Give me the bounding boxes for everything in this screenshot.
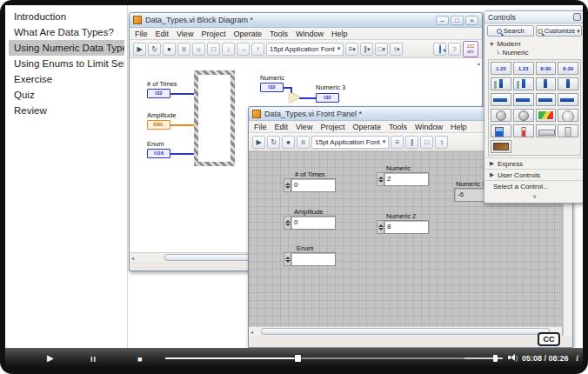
scroll-up-icon[interactable]: ▴ bbox=[478, 60, 480, 66]
block-diagram-titlebar[interactable]: Data_Types.vi Block Diagram * – □ × bbox=[130, 13, 482, 28]
close-button[interactable]: × bbox=[465, 16, 478, 25]
menu-item[interactable]: Operate bbox=[352, 123, 381, 131]
horizontal-progress-bar-icon[interactable] bbox=[536, 93, 557, 106]
dial-icon[interactable] bbox=[513, 109, 534, 122]
play-button[interactable]: ▶ bbox=[47, 353, 54, 364]
reorder-dropdown[interactable]: ↕ bbox=[435, 136, 448, 149]
numeric-control[interactable]: 0 bbox=[284, 178, 336, 192]
context-help-button[interactable]: ? bbox=[448, 43, 461, 56]
numeric-control-icon[interactable]: 1.23 bbox=[491, 62, 511, 75]
menu-item[interactable]: Window bbox=[296, 30, 324, 38]
palette-category-modern[interactable]: ▼ Modern bbox=[489, 39, 580, 48]
menu-item[interactable]: View bbox=[296, 123, 312, 131]
numeric-indicator-terminal[interactable]: I32 bbox=[316, 93, 339, 103]
scroll-left-icon[interactable]: ◂ bbox=[131, 255, 134, 261]
select-a-control-item[interactable]: Select a Control... bbox=[484, 180, 583, 192]
sidebar-item[interactable]: Introduction bbox=[9, 9, 124, 24]
abort-button[interactable]: ● bbox=[163, 43, 176, 56]
thermometer-icon[interactable] bbox=[513, 124, 534, 137]
sidebar-item[interactable]: Review bbox=[9, 103, 124, 118]
vertical-pointer-slide-icon[interactable] bbox=[491, 77, 511, 90]
menu-item[interactable]: Tools bbox=[270, 30, 288, 38]
menu-item[interactable]: Tools bbox=[389, 123, 407, 131]
timestamp-control-icon[interactable]: 8:30 bbox=[536, 62, 557, 75]
distribute-objects-dropdown[interactable]: ∥▾ bbox=[360, 43, 373, 56]
increment-decrement-icon[interactable] bbox=[284, 216, 291, 230]
horizontal-graduated-bar-icon[interactable] bbox=[558, 93, 578, 106]
run-continuous-button[interactable]: ↻ bbox=[148, 43, 161, 56]
resize-objects-dropdown[interactable]: □ bbox=[420, 136, 433, 149]
timestamp-indicator-icon[interactable]: 8:30 bbox=[558, 62, 578, 75]
numeric-input[interactable]: 2 bbox=[384, 172, 429, 186]
numeric-control[interactable]: 8 bbox=[377, 220, 429, 234]
numeric-terminal[interactable]: I32 bbox=[260, 83, 284, 92]
context-help-window-icon[interactable]: 132 abc bbox=[463, 41, 478, 57]
vertical-graduated-bar-icon[interactable] bbox=[558, 77, 578, 90]
menu-item[interactable]: Help bbox=[331, 30, 348, 38]
scrollbar-thumb[interactable] bbox=[261, 328, 550, 335]
increment-decrement-icon[interactable] bbox=[284, 252, 291, 266]
palette-titlebar[interactable]: Controls bbox=[484, 11, 583, 23]
menu-item[interactable]: Edit bbox=[156, 30, 170, 38]
run-continuous-button[interactable]: ↻ bbox=[267, 136, 280, 149]
vertical-scrollbar-icon[interactable] bbox=[558, 124, 578, 137]
menu-item[interactable]: Project bbox=[320, 123, 344, 131]
maximize-button[interactable]: □ bbox=[451, 16, 464, 25]
pause-button[interactable]: II bbox=[177, 43, 190, 56]
sidebar-item[interactable]: Using Numeric Data Types bbox=[9, 40, 124, 56]
menu-item[interactable]: Window bbox=[415, 123, 443, 131]
scroll-left-icon[interactable]: ◂ bbox=[251, 329, 253, 335]
font-selector[interactable]: 15pt Application Font ▾ bbox=[311, 136, 389, 149]
tree-expanded-icon[interactable]: ▼ bbox=[489, 41, 494, 47]
pin-icon[interactable] bbox=[573, 13, 581, 21]
highlight-execution-button[interactable]: ☼ bbox=[192, 43, 205, 56]
distribute-objects-dropdown[interactable]: ∥ bbox=[405, 136, 418, 149]
font-selector[interactable]: 15pt Application Font ▾ bbox=[266, 43, 344, 56]
pause-button[interactable]: II bbox=[90, 354, 97, 364]
enum-control[interactable] bbox=[284, 252, 336, 266]
palette-section-user-controls[interactable]: ▶ User Controls bbox=[484, 169, 583, 180]
search-button[interactable]: Search bbox=[487, 25, 534, 37]
for-loop-structure[interactable] bbox=[194, 70, 235, 166]
sidebar-item[interactable]: What Are Data Types? bbox=[9, 24, 124, 40]
menu-item[interactable]: File bbox=[254, 123, 267, 131]
volume-slider[interactable] bbox=[464, 357, 503, 359]
run-button[interactable]: ▶ bbox=[133, 43, 146, 56]
enum-input[interactable] bbox=[291, 252, 336, 266]
horizontal-pointer-slide-icon[interactable] bbox=[491, 93, 511, 106]
chevron-down-icon[interactable]: ∨ bbox=[484, 192, 583, 203]
volume-handle[interactable] bbox=[493, 355, 498, 362]
increment-decrement-icon[interactable] bbox=[377, 172, 384, 186]
step-out-button[interactable]: ↑ bbox=[251, 43, 264, 56]
reorder-dropdown[interactable]: ↕▾ bbox=[390, 43, 403, 56]
numeric-input[interactable]: 8 bbox=[384, 220, 429, 234]
gauge-icon[interactable] bbox=[558, 109, 578, 122]
menu-item[interactable]: View bbox=[177, 30, 193, 38]
resize-objects-dropdown[interactable]: □▾ bbox=[375, 43, 388, 56]
run-button[interactable]: ▶ bbox=[252, 136, 265, 149]
retain-wire-values-button[interactable]: □ bbox=[207, 43, 220, 56]
align-objects-dropdown[interactable]: ≡▾ bbox=[345, 43, 358, 56]
pause-button[interactable]: II bbox=[297, 136, 310, 149]
closed-captions-badge[interactable]: CC bbox=[538, 332, 560, 346]
sidebar-item[interactable]: Using Enums to Limit Selec bbox=[9, 56, 124, 71]
sidebar-item[interactable]: Quiz bbox=[9, 87, 124, 103]
align-objects-dropdown[interactable]: ≡ bbox=[391, 136, 404, 149]
menu-item[interactable]: Project bbox=[201, 30, 225, 38]
seek-bar[interactable] bbox=[165, 357, 478, 359]
numeric-input[interactable]: 0 bbox=[291, 178, 336, 192]
palette-subcategory-numeric[interactable]: └ Numeric bbox=[489, 48, 580, 57]
clean-up-diagram-button[interactable] bbox=[433, 43, 446, 56]
step-over-button[interactable]: → bbox=[237, 43, 250, 56]
meter-icon[interactable] bbox=[536, 109, 557, 122]
numeric-indicator-icon[interactable]: 1.23 bbox=[513, 62, 534, 75]
minimize-button[interactable]: – bbox=[436, 16, 449, 25]
abort-button[interactable]: ● bbox=[282, 136, 295, 149]
increment-decrement-icon[interactable] bbox=[284, 178, 291, 192]
info-icon[interactable]: i bbox=[576, 353, 578, 363]
numeric-control[interactable]: 2 bbox=[377, 172, 429, 186]
increment-decrement-icon[interactable] bbox=[377, 220, 384, 234]
vertical-fill-slide-icon[interactable] bbox=[513, 77, 534, 90]
seek-handle[interactable] bbox=[295, 355, 301, 362]
horizontal-scrollbar[interactable]: ◂ bbox=[249, 326, 562, 336]
